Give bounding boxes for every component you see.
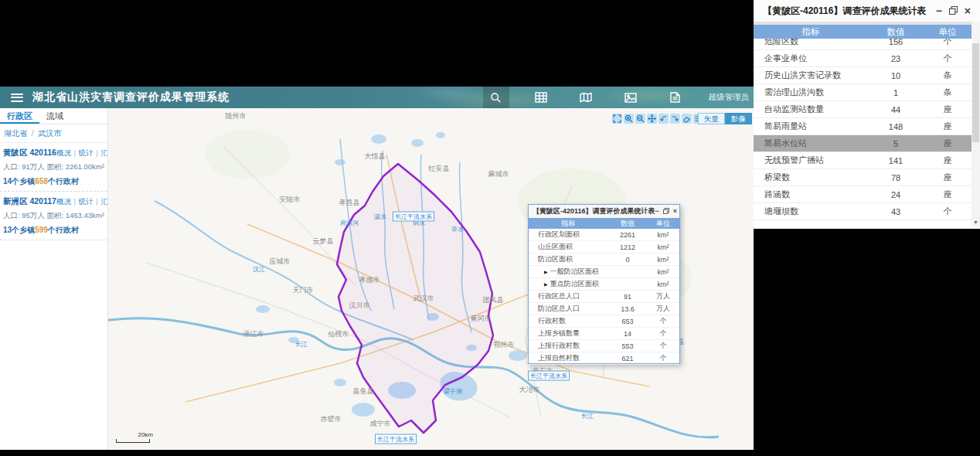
minimize-icon[interactable]: − — [655, 208, 659, 215]
table-row[interactable]: 需治理山洪沟数1条 — [754, 84, 971, 101]
table-row[interactable]: 企事业单位23个 — [754, 50, 971, 67]
table-row[interactable]: ▶重点防治区面积km² — [529, 278, 679, 291]
header-actions: 超级管理员 — [483, 87, 750, 108]
expand-icon[interactable]: ▶ — [544, 282, 548, 287]
row-unit: 个 — [647, 328, 679, 339]
scrollbar[interactable]: ▼ — [971, 22, 980, 227]
city-label: 团风县 — [483, 295, 504, 305]
row-unit: 个 — [924, 206, 971, 217]
table-row[interactable]: 无线预警广播站141座 — [754, 152, 971, 169]
row-label: 无线预警广播站 — [754, 155, 868, 166]
reservoir — [411, 139, 424, 147]
fit-extent-icon[interactable] — [612, 114, 622, 124]
tab-watershed[interactable]: 流域 — [39, 108, 70, 124]
pan-icon[interactable] — [647, 114, 657, 124]
close-icon[interactable]: × — [673, 208, 677, 215]
row-value: 10 — [868, 71, 924, 80]
previous-view-icon[interactable] — [658, 114, 669, 124]
region-link[interactable]: 概况 — [56, 148, 71, 157]
next-view-icon[interactable] — [670, 114, 680, 124]
region-list-item[interactable]: 黄陂区 420116概况 | 统计 | 汇总人口: 91万人 面积: 2261.… — [0, 143, 107, 192]
row-unit: 条 — [924, 87, 971, 98]
water-label: 长江 — [581, 412, 594, 420]
table-row[interactable]: 上报自然村数621个 — [529, 352, 679, 365]
scroll-down-icon[interactable]: ▼ — [971, 216, 980, 227]
region-link[interactable]: 统计 — [79, 197, 94, 206]
scrollbar-thumb[interactable] — [972, 43, 979, 142]
search-icon[interactable] — [483, 87, 509, 108]
row-value: 14 — [608, 330, 647, 338]
table-row[interactable]: ▶一般防治区面积km² — [529, 266, 679, 278]
water-label: 府澴河 — [340, 219, 359, 227]
basemap-button-imagery[interactable]: 影像 — [725, 113, 752, 124]
link-separator: | — [72, 148, 78, 157]
row-label: 简易水位站 — [754, 138, 868, 149]
table-row[interactable]: 危险区数156个 — [754, 39, 971, 50]
restore-icon[interactable] — [949, 5, 958, 16]
minimize-icon[interactable]: − — [936, 5, 942, 16]
table-row[interactable]: 简易水位站5座 — [754, 135, 971, 152]
menu-icon[interactable] — [11, 94, 23, 102]
table-row[interactable]: 上报乡镇数量14个 — [529, 328, 679, 340]
region-link[interactable]: 概况 — [56, 197, 71, 206]
link-separator: | — [94, 148, 100, 157]
row-label: 上报乡镇数量 — [529, 328, 608, 339]
stats-table-header: 指标 数值 单位 — [754, 25, 971, 39]
breadcrumb-province[interactable]: 湖北省 — [4, 129, 27, 138]
erase-icon[interactable] — [682, 114, 692, 124]
table-row[interactable]: 防治区面积0km² — [529, 254, 679, 266]
table-row[interactable]: 自动监测站数量44座 — [754, 101, 971, 118]
table-row[interactable]: 行政区总人口91万人 — [529, 291, 679, 303]
table-row[interactable]: 行政村数653个 — [529, 315, 679, 328]
map-icon[interactable] — [573, 87, 599, 108]
table-icon[interactable] — [528, 87, 554, 108]
image-icon[interactable] — [618, 87, 644, 108]
city-label: 云梦县 — [313, 237, 334, 247]
table-row[interactable]: 行政区划面积2261km² — [529, 229, 679, 241]
city-label: 随州市 — [226, 111, 247, 121]
row-unit: km² — [647, 231, 679, 239]
table-row[interactable]: 上报行政村数553个 — [529, 340, 679, 352]
map-canvas[interactable]: 随州市大悟县红安县麻城市安陆市孝昌县云梦县应城市孝感市天门市汉川市仙桃市潜江市武… — [108, 108, 754, 450]
expand-icon[interactable]: ▶ — [544, 270, 548, 274]
city-label: 武汉市 — [413, 294, 434, 304]
row-unit: 个 — [924, 39, 971, 47]
scale-bar: 20km — [116, 431, 153, 444]
table-row[interactable]: 简易雨量站148座 — [754, 118, 971, 135]
region-link[interactable]: 统计 — [79, 148, 94, 157]
row-label: 山丘区面积 — [529, 242, 608, 252]
table-row[interactable]: 塘堰坝数43个 — [754, 203, 971, 220]
region-name-code[interactable]: 新洲区 420117 — [3, 196, 56, 207]
breadcrumb-city[interactable]: 武汉市 — [38, 129, 61, 138]
zoom-in-icon[interactable] — [624, 114, 634, 124]
dialog-title-bar[interactable]: 【黄陂区-420116】调查评价成果统计表 − × — [529, 205, 679, 218]
close-icon[interactable]: × — [965, 5, 971, 16]
region-pop-area: 人口: 95万人 面积: 1463.43km² — [3, 211, 104, 221]
row-label: 行政区总人口 — [529, 291, 608, 301]
table-row[interactable]: 桥梁数78座 — [754, 169, 971, 186]
dialog-title: 【黄陂区-420116】调查评价成果统计表 — [533, 206, 655, 216]
table-row[interactable]: 路涵数24座 — [754, 186, 971, 203]
region-list-item[interactable]: 新洲区 420117概况 | 统计 | 汇总人口: 95万人 面积: 1463.… — [0, 192, 107, 240]
row-value: 13.6 — [608, 305, 647, 313]
zoom-out-icon[interactable] — [635, 114, 645, 124]
village-count: 599 — [35, 226, 48, 234]
city-label: 黄冈市 — [471, 314, 492, 324]
region-link[interactable]: 汇总 — [100, 197, 108, 206]
region-link[interactable]: 汇总 — [100, 148, 108, 157]
row-value: 653 — [608, 318, 647, 325]
table-row[interactable]: 防治区总人口13.6万人 — [529, 303, 679, 315]
app-header: 湖北省山洪灾害调查评价成果管理系统 超级管理员 — [0, 87, 754, 108]
stats-title-bar[interactable]: 【黄陂区-420116】调查评价成果统计表 − × — [754, 0, 980, 22]
city-label: 嘉鱼县 — [353, 386, 374, 396]
terrain-area — [205, 130, 290, 179]
restore-icon[interactable] — [663, 208, 669, 216]
table-row[interactable]: 历史山洪灾害记录数10条 — [754, 67, 971, 84]
region-name-code[interactable]: 黄陂区 420116 — [3, 148, 56, 158]
table-row[interactable]: 山丘区面积1212km² — [529, 241, 679, 254]
report-icon[interactable] — [662, 87, 689, 108]
row-unit: 座 — [924, 155, 971, 166]
tab-administrative-region[interactable]: 行政区 — [0, 108, 39, 124]
current-user[interactable]: 超级管理员 — [709, 92, 750, 103]
basemap-button-vector[interactable]: 矢量 — [698, 113, 725, 124]
